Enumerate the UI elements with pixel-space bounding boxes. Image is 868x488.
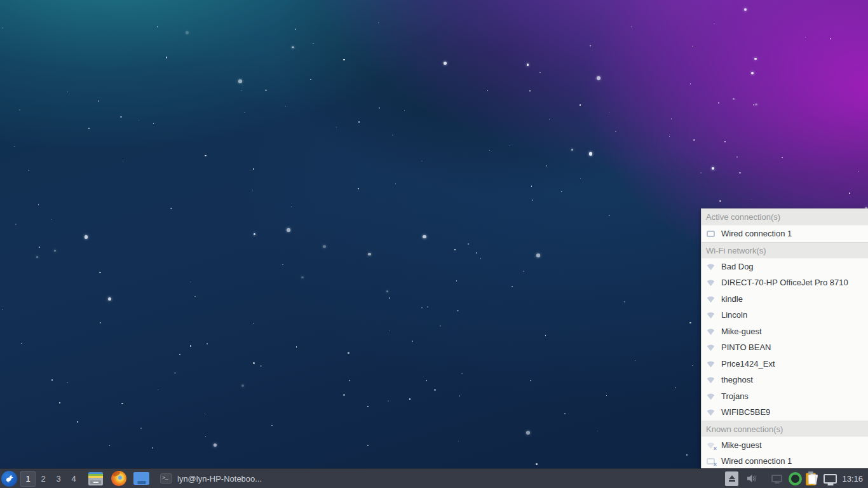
task-button-terminal[interactable]: >_ lyn@lyn-HP-Noteboo... — [156, 470, 266, 487]
workspace-switcher: 1 2 3 4 — [20, 469, 81, 488]
menu-item-label: WIFIBC5BE9 — [721, 407, 770, 417]
menu-item-label: Price1424_Ext — [721, 359, 775, 369]
wifi-icon — [706, 407, 715, 417]
display-dim-icon — [771, 475, 782, 482]
wifi-network-item[interactable]: Price1424_Ext — [702, 356, 868, 372]
wifi-known-icon: × — [706, 440, 715, 450]
volume-tray-button[interactable] — [746, 470, 757, 487]
main-menu-button[interactable] — [0, 469, 18, 488]
network-monitor-icon — [824, 474, 837, 484]
wifi-network-item[interactable]: Trojans — [702, 388, 868, 405]
wifi-network-item[interactable]: Bad Dog — [702, 259, 868, 275]
wired-known-icon: × — [706, 456, 715, 466]
menu-item-label: kindle — [721, 294, 743, 304]
volume-icon — [746, 473, 757, 484]
wifi-network-item[interactable]: PINTO BEAN — [702, 339, 868, 356]
workspace-1[interactable]: 1 — [20, 471, 36, 487]
wifi-network-item[interactable]: theghost — [702, 372, 868, 388]
section-header-wifi-networks: Wi-Fi network(s) — [702, 242, 868, 259]
clipboard-icon — [806, 471, 820, 486]
menu-item-label: Mike-guest — [721, 440, 762, 450]
menu-item-label: Bad Dog — [721, 262, 754, 271]
menu-item-label: DIRECT-70-HP OfficeJet Pro 8710 — [721, 278, 848, 287]
status-tray-button[interactable] — [789, 470, 802, 487]
task-button-label: lyn@lyn-HP-Noteboo... — [177, 474, 262, 484]
desktop-launcher[interactable] — [133, 470, 150, 487]
menu-item-label: Mike-guest — [721, 327, 762, 336]
menu-item-label: Wired connection 1 — [721, 456, 792, 466]
desktop-icon — [133, 472, 149, 485]
terminal-icon: >_ — [160, 473, 172, 484]
wifi-icon — [706, 327, 715, 336]
wifi-icon — [706, 375, 715, 384]
wifi-icon — [706, 310, 715, 320]
wifi-network-item[interactable]: Lincoln — [702, 307, 868, 323]
network-menu: Active connection(s) Wired connection 1 … — [701, 208, 868, 468]
wifi-network-item[interactable]: DIRECT-70-HP OfficeJet Pro 8710 — [702, 274, 868, 291]
wifi-network-item[interactable]: WIFIBC5BE9 — [702, 404, 868, 421]
file-manager-icon — [88, 472, 103, 485]
wifi-network-item[interactable]: Mike-guest — [702, 323, 868, 340]
eject-tray-button[interactable] — [725, 470, 738, 487]
network-tray-button[interactable] — [824, 470, 837, 487]
wifi-icon — [706, 262, 715, 271]
menu-item-label: theghost — [721, 375, 753, 384]
known-connection-item[interactable]: × Wired connection 1 — [702, 453, 868, 468]
menu-item-label: Trojans — [721, 391, 749, 401]
known-connection-item[interactable]: × Mike-guest — [702, 437, 868, 454]
wired-connection-icon — [706, 229, 715, 238]
status-green-icon — [789, 472, 802, 485]
lubuntu-bird-icon — [1, 471, 17, 487]
workspace-4[interactable]: 4 — [66, 471, 81, 487]
wifi-icon — [706, 391, 715, 401]
workspace-3[interactable]: 3 — [51, 471, 66, 487]
taskbar: 1 2 3 4 >_ lyn@lyn-HP-Noteboo... — [0, 468, 868, 488]
wifi-icon — [706, 359, 715, 369]
remove-badge: × — [714, 462, 717, 468]
remove-badge: × — [714, 446, 717, 452]
wifi-network-item[interactable]: kindle — [702, 291, 868, 308]
clock[interactable]: 13:16 — [837, 474, 868, 484]
section-header-active-connections: Active connection(s) — [702, 209, 868, 226]
menu-item-label: Wired connection 1 — [721, 229, 792, 238]
firefox-launcher[interactable] — [110, 470, 127, 487]
section-header-known-connections: Known connection(s) — [702, 421, 868, 437]
quick-launch — [87, 469, 150, 488]
firefox-icon — [111, 471, 126, 486]
menu-item-label: PINTO BEAN — [721, 342, 771, 352]
menu-item-wired-connection[interactable]: Wired connection 1 — [702, 226, 868, 242]
wifi-icon — [706, 342, 715, 352]
eject-icon — [725, 471, 738, 486]
wifi-icon — [706, 278, 715, 287]
display-tray-button[interactable] — [771, 470, 782, 487]
menu-item-label: Lincoln — [721, 310, 747, 320]
wifi-icon — [706, 294, 715, 304]
file-manager-launcher[interactable] — [87, 470, 104, 487]
workspace-2[interactable]: 2 — [36, 471, 51, 487]
clipboard-tray-button[interactable] — [806, 470, 820, 487]
